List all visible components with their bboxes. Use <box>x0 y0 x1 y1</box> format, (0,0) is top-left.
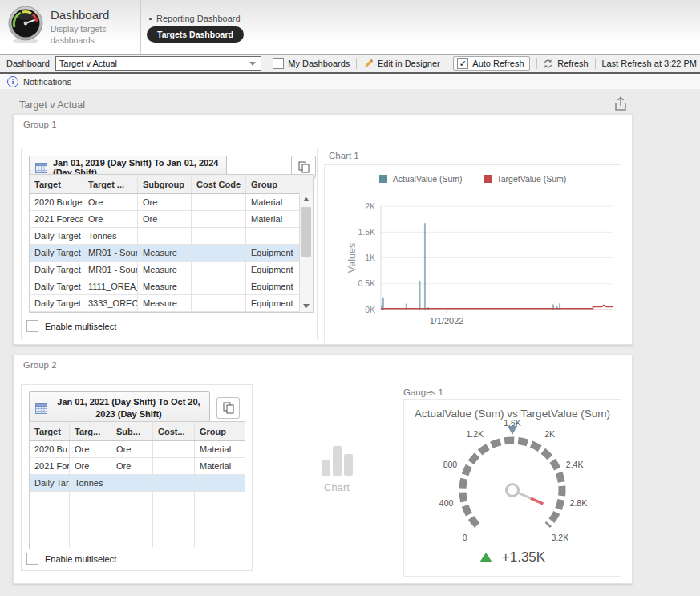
table-row[interactable]: Daily TargetMR01 - Sour...MeasureEquipme… <box>30 245 300 262</box>
column-header[interactable]: Target ... <box>83 175 138 193</box>
group2-targets-table: TargetTarg...Sub...Cost...Group2020 Bu..… <box>29 421 245 549</box>
group2-filter-widget: Jan 01, 2021 (Day Shift) To Oct 20, 2023… <box>21 384 253 571</box>
breadcrumb-reporting-dashboard[interactable]: Reporting Dashboard <box>149 14 241 23</box>
table-cell: Measure <box>138 262 192 278</box>
table-cell: Material <box>246 211 300 227</box>
column-header[interactable]: Group <box>246 175 313 193</box>
dashboard-content: Target v Actual Group 1 Jan 01, <box>0 89 700 596</box>
table-cell: MR01 - Sour... <box>83 245 138 261</box>
auto-refresh-checkbox[interactable] <box>457 58 468 69</box>
table-cell: Daily Target <box>30 228 83 244</box>
table-cell: Daily Target <box>30 245 83 261</box>
notifications-bar: i Notifications <box>0 74 700 90</box>
table-cell: Material <box>246 194 300 210</box>
gauge-delta: +1.35K <box>404 549 621 566</box>
info-icon: i <box>7 76 18 87</box>
group1-targets-table: TargetTarget ...SubgroupCost CodeGroup20… <box>29 174 314 313</box>
chevron-down-icon <box>249 62 256 66</box>
my-dashboards-toggle[interactable]: My Dashboards <box>273 58 350 69</box>
notifications-toggle[interactable]: i Notifications <box>7 76 71 87</box>
table-cell: Tonnes <box>83 228 138 244</box>
multiselect-checkbox[interactable] <box>26 553 38 565</box>
chart1-title: Chart 1 <box>329 151 359 160</box>
bar-chart-icon <box>278 445 395 476</box>
table-row[interactable]: 2020 BudgetOreOreMaterial <box>30 194 300 211</box>
table-cell: Daily Target <box>30 262 83 278</box>
table-cell: Tonnes <box>70 475 111 491</box>
dashboard-select[interactable]: Target v Actual <box>55 56 261 71</box>
edit-in-designer-label: Edit in Designer <box>378 59 440 68</box>
table-header-row: TargetTarg...Sub...Cost...Group <box>30 422 245 441</box>
scroll-down-button[interactable] <box>300 300 313 312</box>
column-header[interactable]: Targ... <box>70 422 111 440</box>
refresh-button[interactable]: Refresh <box>543 59 589 69</box>
toolbar-separator <box>536 58 537 69</box>
svg-text:2.4K: 2.4K <box>566 460 584 469</box>
table-row[interactable]: Daily Tar...Tonnes <box>30 475 245 492</box>
group2-copy-button[interactable] <box>216 397 240 419</box>
app-header: Dashboard Display targets dashboards Rep… <box>0 0 700 55</box>
svg-text:1K: 1K <box>365 253 375 262</box>
chart-placeholder: Chart <box>278 445 395 493</box>
vertical-scrollbar[interactable] <box>299 193 313 312</box>
export-button[interactable] <box>612 95 631 115</box>
refresh-icon <box>543 59 553 69</box>
app-title-block: Dashboard Display targets dashboards <box>51 8 124 46</box>
table-cell: Measure <box>138 278 192 294</box>
group2-card: Group 2 Jan 01, 2021 (Day Shift) To Oct … <box>13 355 633 584</box>
column-header[interactable]: Cost... <box>153 422 195 440</box>
chart1-plot: 0K0.5K1K1.5K2KValues1/1/2022 <box>325 165 621 343</box>
group2-enable-multiselect[interactable]: Enable multiselect <box>26 553 116 565</box>
table-row[interactable]: 2021 ForecastOreOreMaterial <box>30 211 300 228</box>
svg-text:2.8K: 2.8K <box>570 498 588 508</box>
column-header[interactable]: Cost Code <box>192 175 246 193</box>
column-header[interactable]: Group <box>195 422 245 440</box>
table-header-row: TargetTarget ...SubgroupCost CodeGroup <box>30 175 313 194</box>
app-subtitle: Display targets dashboards <box>51 24 124 46</box>
column-header[interactable]: Target <box>30 175 83 193</box>
my-dashboards-label: My Dashboards <box>288 59 350 68</box>
table-cell <box>153 441 195 457</box>
my-dashboards-checkbox[interactable] <box>273 58 284 69</box>
auto-refresh-label: Auto Refresh <box>472 59 524 68</box>
scroll-up-button[interactable] <box>300 193 313 205</box>
multiselect-label: Enable multiselect <box>45 322 116 331</box>
table-cell: Ore <box>70 441 111 457</box>
table-row[interactable]: Daily Target1111_OREA_...MeasureEquipmen… <box>30 278 300 295</box>
notifications-label: Notifications <box>23 77 71 87</box>
table-cell: 2020 Budget <box>30 194 83 210</box>
gauges1-widget: ActualValue (Sum) vs TargetValue (Sum) 0… <box>403 399 621 577</box>
dashboard-select-value: Target v Actual <box>56 59 249 68</box>
table-cell <box>153 475 195 491</box>
table-cell: Ore <box>138 211 192 227</box>
table-cell <box>138 228 192 244</box>
auto-refresh-toggle[interactable]: Auto Refresh <box>453 56 529 71</box>
table-cell: Daily Tar... <box>30 475 70 491</box>
table-cell <box>195 475 245 491</box>
dashboard-select-label: Dashboard <box>6 59 50 68</box>
copy-icon <box>298 161 310 173</box>
group2-date-range-button[interactable]: Jan 01, 2021 (Day Shift) To Oct 20, 2023… <box>29 391 210 424</box>
table-cell: Ore <box>83 194 138 210</box>
column-header[interactable]: Sub... <box>111 422 153 440</box>
svg-text:3.2K: 3.2K <box>552 533 569 542</box>
table-row[interactable]: Daily Target3333_OREC_...MeasureEquipmen… <box>30 295 300 312</box>
column-header[interactable]: Subgroup <box>138 175 192 193</box>
group1-enable-multiselect[interactable]: Enable multiselect <box>26 320 116 332</box>
table-cell: 2021 For... <box>30 458 70 474</box>
multiselect-checkbox[interactable] <box>26 320 38 332</box>
table-row[interactable]: Daily TargetMR01 - Sour...MeasureEquipme… <box>30 262 300 278</box>
scrollbar-thumb[interactable] <box>301 207 311 257</box>
pencil-icon <box>363 59 374 69</box>
table-row[interactable]: Daily TargetTonnes <box>30 228 300 245</box>
column-header[interactable]: Target <box>30 422 70 440</box>
table-row[interactable]: 2021 For...OreOreMaterial <box>30 458 245 475</box>
multiselect-label: Enable multiselect <box>45 554 116 564</box>
svg-text:Values: Values <box>346 243 358 273</box>
table-cell: MR01 - Sour... <box>83 262 138 278</box>
table-cell: Measure <box>138 245 192 261</box>
svg-text:2K: 2K <box>544 429 555 439</box>
table-row[interactable]: 2020 Bu...OreOreMaterial <box>30 441 245 458</box>
edit-in-designer-button[interactable]: Edit in Designer <box>363 59 440 69</box>
targets-dashboard-badge[interactable]: Targets Dashboard <box>147 26 244 43</box>
